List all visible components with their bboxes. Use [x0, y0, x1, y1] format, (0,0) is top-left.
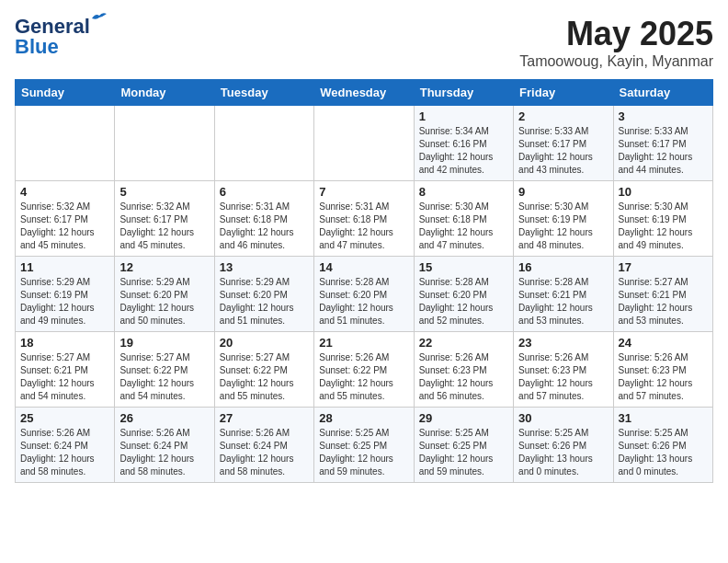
calendar-cell: 11Sunrise: 5:29 AM Sunset: 6:19 PM Dayli… [16, 257, 115, 332]
day-number: 31 [619, 411, 708, 425]
day-number: 22 [419, 336, 508, 350]
calendar-cell [314, 106, 414, 181]
day-content: Sunrise: 5:30 AM Sunset: 6:18 PM Dayligh… [419, 201, 508, 252]
day-number: 3 [619, 109, 708, 123]
month-year-title: May 2025 [519, 15, 713, 53]
day-number: 9 [518, 185, 608, 199]
day-content: Sunrise: 5:31 AM Sunset: 6:18 PM Dayligh… [319, 201, 408, 252]
calendar-header-row: SundayMondayTuesdayWednesdayThursdayFrid… [16, 80, 713, 106]
day-number: 4 [20, 185, 109, 199]
calendar-cell: 1Sunrise: 5:34 AM Sunset: 6:16 PM Daylig… [414, 106, 513, 181]
day-number: 7 [319, 185, 408, 199]
calendar-cell: 14Sunrise: 5:28 AM Sunset: 6:20 PM Dayli… [314, 257, 414, 332]
calendar-week-row: 4Sunrise: 5:32 AM Sunset: 6:17 PM Daylig… [16, 181, 713, 257]
logo-general: General [15, 15, 90, 38]
calendar-cell: 19Sunrise: 5:27 AM Sunset: 6:22 PM Dayli… [115, 332, 214, 408]
calendar-cell: 20Sunrise: 5:27 AM Sunset: 6:22 PM Dayli… [214, 332, 313, 408]
col-header-wednesday: Wednesday [314, 80, 414, 106]
day-number: 23 [518, 336, 608, 350]
calendar-cell: 5Sunrise: 5:32 AM Sunset: 6:17 PM Daylig… [115, 181, 214, 257]
day-content: Sunrise: 5:27 AM Sunset: 6:21 PM Dayligh… [20, 351, 109, 403]
day-content: Sunrise: 5:34 AM Sunset: 6:16 PM Dayligh… [419, 125, 508, 177]
day-content: Sunrise: 5:26 AM Sunset: 6:23 PM Dayligh… [518, 351, 608, 403]
calendar-cell: 23Sunrise: 5:26 AM Sunset: 6:23 PM Dayli… [514, 332, 613, 408]
day-content: Sunrise: 5:25 AM Sunset: 6:25 PM Dayligh… [319, 427, 408, 478]
col-header-thursday: Thursday [414, 80, 513, 106]
day-content: Sunrise: 5:26 AM Sunset: 6:22 PM Dayligh… [319, 351, 408, 403]
calendar-cell: 15Sunrise: 5:28 AM Sunset: 6:20 PM Dayli… [414, 257, 513, 332]
day-content: Sunrise: 5:29 AM Sunset: 6:20 PM Dayligh… [119, 276, 209, 327]
calendar-cell: 25Sunrise: 5:26 AM Sunset: 6:24 PM Dayli… [16, 408, 115, 483]
day-content: Sunrise: 5:26 AM Sunset: 6:24 PM Dayligh… [119, 427, 209, 478]
calendar-cell: 31Sunrise: 5:25 AM Sunset: 6:26 PM Dayli… [613, 408, 712, 483]
day-content: Sunrise: 5:27 AM Sunset: 6:21 PM Dayligh… [619, 276, 708, 327]
day-content: Sunrise: 5:26 AM Sunset: 6:24 PM Dayligh… [20, 427, 109, 478]
calendar-cell [214, 106, 313, 181]
day-content: Sunrise: 5:32 AM Sunset: 6:17 PM Dayligh… [20, 201, 109, 252]
day-content: Sunrise: 5:28 AM Sunset: 6:20 PM Dayligh… [419, 276, 508, 327]
day-content: Sunrise: 5:33 AM Sunset: 6:17 PM Dayligh… [518, 125, 608, 177]
day-number: 10 [619, 185, 708, 199]
calendar-week-row: 18Sunrise: 5:27 AM Sunset: 6:21 PM Dayli… [16, 332, 713, 408]
day-number: 6 [220, 185, 309, 199]
day-number: 25 [20, 411, 109, 425]
calendar-cell: 22Sunrise: 5:26 AM Sunset: 6:23 PM Dayli… [414, 332, 513, 408]
day-content: Sunrise: 5:30 AM Sunset: 6:19 PM Dayligh… [619, 201, 708, 252]
day-number: 5 [119, 185, 209, 199]
calendar-table: SundayMondayTuesdayWednesdayThursdayFrid… [15, 79, 713, 483]
calendar-cell: 26Sunrise: 5:26 AM Sunset: 6:24 PM Dayli… [115, 408, 214, 483]
calendar-cell: 29Sunrise: 5:25 AM Sunset: 6:25 PM Dayli… [414, 408, 513, 483]
calendar-cell: 10Sunrise: 5:30 AM Sunset: 6:19 PM Dayli… [613, 181, 712, 257]
day-number: 27 [220, 411, 309, 425]
calendar-cell: 4Sunrise: 5:32 AM Sunset: 6:17 PM Daylig… [16, 181, 115, 257]
day-number: 21 [319, 336, 408, 350]
day-content: Sunrise: 5:26 AM Sunset: 6:24 PM Dayligh… [220, 427, 309, 478]
calendar-cell: 3Sunrise: 5:33 AM Sunset: 6:17 PM Daylig… [613, 106, 712, 181]
calendar-week-row: 25Sunrise: 5:26 AM Sunset: 6:24 PM Dayli… [16, 408, 713, 483]
page-header: General Blue May 2025 Tamoowoug, Kayin, … [15, 15, 713, 70]
day-content: Sunrise: 5:32 AM Sunset: 6:17 PM Dayligh… [119, 201, 209, 252]
day-number: 1 [419, 109, 508, 123]
day-number: 18 [20, 336, 109, 350]
location-subtitle: Tamoowoug, Kayin, Myanmar [519, 53, 713, 70]
day-number: 11 [20, 260, 109, 274]
day-number: 12 [119, 260, 209, 274]
day-number: 28 [319, 411, 408, 425]
day-number: 13 [220, 260, 309, 274]
day-content: Sunrise: 5:27 AM Sunset: 6:22 PM Dayligh… [220, 351, 309, 403]
day-number: 8 [419, 185, 508, 199]
logo-bird-icon [90, 11, 107, 24]
calendar-week-row: 11Sunrise: 5:29 AM Sunset: 6:19 PM Dayli… [16, 257, 713, 332]
day-content: Sunrise: 5:27 AM Sunset: 6:22 PM Dayligh… [119, 351, 209, 403]
calendar-cell: 18Sunrise: 5:27 AM Sunset: 6:21 PM Dayli… [16, 332, 115, 408]
day-content: Sunrise: 5:30 AM Sunset: 6:19 PM Dayligh… [518, 201, 608, 252]
calendar-cell: 2Sunrise: 5:33 AM Sunset: 6:17 PM Daylig… [514, 106, 613, 181]
day-number: 24 [619, 336, 708, 350]
calendar-cell [115, 106, 214, 181]
col-header-saturday: Saturday [613, 80, 712, 106]
day-content: Sunrise: 5:25 AM Sunset: 6:26 PM Dayligh… [518, 427, 608, 478]
day-content: Sunrise: 5:29 AM Sunset: 6:20 PM Dayligh… [220, 276, 309, 327]
logo: General Blue [15, 15, 90, 59]
calendar-cell: 17Sunrise: 5:27 AM Sunset: 6:21 PM Dayli… [613, 257, 712, 332]
calendar-cell: 6Sunrise: 5:31 AM Sunset: 6:18 PM Daylig… [214, 181, 313, 257]
day-content: Sunrise: 5:26 AM Sunset: 6:23 PM Dayligh… [619, 351, 708, 403]
day-number: 15 [419, 260, 508, 274]
day-content: Sunrise: 5:33 AM Sunset: 6:17 PM Dayligh… [619, 125, 708, 177]
calendar-cell: 13Sunrise: 5:29 AM Sunset: 6:20 PM Dayli… [214, 257, 313, 332]
day-content: Sunrise: 5:26 AM Sunset: 6:23 PM Dayligh… [419, 351, 508, 403]
calendar-week-row: 1Sunrise: 5:34 AM Sunset: 6:16 PM Daylig… [16, 106, 713, 181]
day-number: 14 [319, 260, 408, 274]
calendar-cell: 27Sunrise: 5:26 AM Sunset: 6:24 PM Dayli… [214, 408, 313, 483]
calendar-cell: 8Sunrise: 5:30 AM Sunset: 6:18 PM Daylig… [414, 181, 513, 257]
calendar-cell: 30Sunrise: 5:25 AM Sunset: 6:26 PM Dayli… [514, 408, 613, 483]
calendar-cell [16, 106, 115, 181]
calendar-cell: 7Sunrise: 5:31 AM Sunset: 6:18 PM Daylig… [314, 181, 414, 257]
day-content: Sunrise: 5:25 AM Sunset: 6:25 PM Dayligh… [419, 427, 508, 478]
col-header-monday: Monday [115, 80, 214, 106]
calendar-cell: 24Sunrise: 5:26 AM Sunset: 6:23 PM Dayli… [613, 332, 712, 408]
day-number: 20 [220, 336, 309, 350]
day-number: 26 [119, 411, 209, 425]
calendar-cell: 9Sunrise: 5:30 AM Sunset: 6:19 PM Daylig… [514, 181, 613, 257]
day-number: 30 [518, 411, 608, 425]
